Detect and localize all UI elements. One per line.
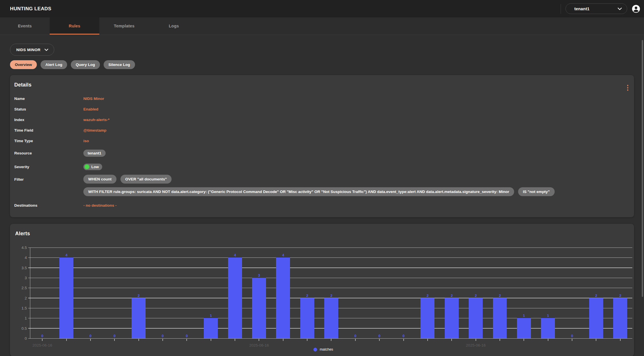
x-tick-mark — [500, 339, 500, 341]
bar-slot: 1 — [199, 248, 223, 338]
account-avatar-icon[interactable] — [632, 5, 640, 13]
x-tick-mark — [548, 339, 548, 341]
x-tick-label: 2025-06-16 — [466, 343, 486, 347]
tab-events[interactable]: Events — [0, 17, 50, 35]
bars-container: 02025-06-164002001432025-06-164220002222… — [30, 248, 632, 338]
filter-is-chip: IS "not empty" — [518, 187, 555, 196]
bar-value-label: 3 — [258, 273, 260, 277]
main-tabs: EventsRulesTemplatesLogs — [0, 17, 644, 35]
bar — [613, 298, 627, 338]
y-tick-label: 1.5 — [21, 306, 27, 310]
alerts-chart: 00.511.522.533.544.502025-06-16400200143… — [14, 238, 632, 340]
field-label: Index — [14, 118, 83, 122]
filter-with-chip: WITH FILTER rule.groups: suricata AND NO… — [83, 187, 514, 196]
field-value: Enabled — [83, 107, 98, 111]
y-tick-mark — [28, 338, 30, 339]
y-tick-mark — [28, 328, 30, 329]
bar-value-label: 0 — [379, 334, 381, 338]
bar-value-label: 2 — [138, 294, 140, 297]
field-value: @timestamp — [83, 128, 106, 132]
scrollbar-thumb[interactable] — [642, 40, 643, 297]
field-label: Time Field — [14, 128, 83, 132]
bar-slot: 0 — [343, 248, 367, 338]
tab-templates[interactable]: Templates — [99, 17, 149, 35]
bar-slot: 1 — [512, 248, 536, 338]
field-label: Severity — [14, 165, 83, 169]
bar-slot: 0 — [79, 248, 102, 338]
chevron-down-icon — [44, 49, 49, 51]
x-tick-mark — [476, 339, 476, 341]
y-tick-label: 4 — [25, 256, 27, 260]
details-card: Details Name NIDS Minor Status Enabled I… — [10, 75, 634, 217]
detail-row-name: Name NIDS Minor — [14, 93, 630, 104]
bar-value-label: 2 — [595, 294, 597, 297]
detail-row-time-type: Time Type iso — [14, 136, 630, 146]
field-label: Name — [14, 96, 83, 101]
bar — [589, 298, 603, 338]
bar-value-label: 2 — [426, 294, 428, 297]
subtab-query-log[interactable]: Query Log — [71, 60, 100, 69]
field-value: wazuh-alerts-* — [83, 118, 110, 122]
bar — [324, 298, 338, 338]
field-label: Status — [14, 107, 83, 111]
x-tick-label: 2025-06-16 — [33, 343, 52, 347]
y-tick-label: 0.5 — [21, 326, 27, 330]
alerts-title: Alerts — [14, 231, 632, 237]
x-tick-mark — [283, 339, 283, 341]
field-label: Destinations — [14, 203, 83, 208]
chart-legend: matches — [14, 347, 632, 351]
bar — [252, 278, 266, 338]
subtab-silence-log[interactable]: Silence Log — [104, 60, 135, 69]
bar-value-label: 2 — [619, 294, 621, 297]
bar — [132, 298, 146, 338]
legend-dot-matches — [313, 348, 317, 351]
subtab-overview[interactable]: Overview — [10, 60, 37, 69]
tab-logs[interactable]: Logs — [149, 17, 199, 35]
x-tick-mark — [211, 339, 211, 341]
field-label: Time Type — [14, 139, 83, 143]
bar-slot: 32025-06-16 — [247, 248, 271, 338]
tenant-selector-value: tenant1 — [574, 7, 589, 11]
bar — [420, 298, 434, 338]
header: HUNTING LEADS tenant1 — [0, 0, 644, 17]
subtab-alert-log[interactable]: Alert Log — [41, 60, 67, 69]
field-value: iso — [83, 139, 89, 143]
y-tick-mark — [28, 248, 30, 248]
bar — [204, 318, 218, 338]
filter-over-chip: OVER "all documents" — [120, 175, 172, 184]
x-tick-mark — [138, 339, 139, 341]
resource-chip: tenant1 — [83, 150, 106, 157]
x-tick-mark — [596, 339, 596, 341]
x-tick-mark — [572, 339, 572, 341]
x-tick-mark — [42, 339, 43, 341]
tenant-selector[interactable]: tenant1 — [565, 3, 627, 14]
y-tick-label: 0 — [25, 336, 27, 341]
x-tick-label: 2025-06-16 — [249, 343, 269, 347]
field-value: NIDS Minor — [83, 96, 104, 101]
filter-chip-line: WHEN count OVER "all documents" — [83, 175, 555, 184]
kebab-menu-icon[interactable] — [626, 84, 630, 92]
bar-slot: 2 — [488, 248, 512, 338]
severity-badge: Low — [83, 164, 102, 170]
x-tick-mark — [162, 339, 163, 341]
bar — [469, 298, 483, 338]
bar — [228, 258, 242, 338]
x-tick-mark — [66, 339, 67, 341]
chevron-down-icon — [617, 7, 622, 10]
legend-label-matches: matches — [320, 347, 333, 351]
details-title: Details — [14, 82, 630, 88]
rule-selector[interactable]: NIDS MINOR — [10, 44, 54, 56]
y-tick-mark — [28, 308, 30, 309]
tab-rules[interactable]: Rules — [50, 17, 99, 35]
bar-value-label: 2 — [306, 294, 308, 297]
severity-dot-icon — [84, 164, 89, 169]
bar-value-label: 0 — [162, 334, 164, 338]
bar — [276, 258, 290, 338]
bar-slot: 0 — [367, 248, 391, 338]
chart-plot: 00.511.522.533.544.502025-06-16400200143… — [30, 248, 632, 339]
bar-slot: 0 — [102, 248, 126, 338]
bar-value-label: 0 — [114, 334, 116, 338]
bar-value-label: 0 — [186, 334, 188, 338]
app-title: HUNTING LEADS — [10, 6, 561, 12]
subtabs: OverviewAlert LogQuery LogSilence Log — [10, 60, 634, 69]
